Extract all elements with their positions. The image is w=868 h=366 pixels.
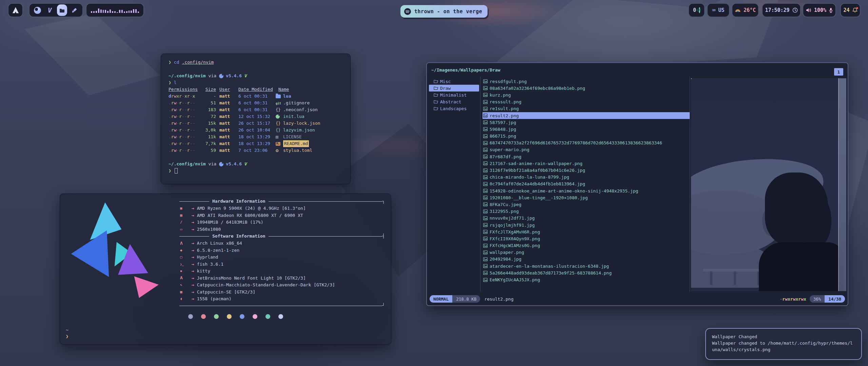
weather-widget[interactable]: 26°C <box>732 3 759 17</box>
visualizer-bar <box>135 9 137 13</box>
now-playing-widget[interactable]: thrown - on the verge <box>400 5 488 18</box>
arrow-icon: → <box>192 247 194 254</box>
file-list-item[interactable]: 866715.png <box>482 133 690 140</box>
file-name: lazy-lock.json <box>283 120 320 127</box>
file-type-icon <box>276 106 280 113</box>
image-file-name: wallpaper.png <box>490 250 524 255</box>
file-list-item[interactable]: FXfcHgcWIAMzs0G.png <box>482 242 690 249</box>
sidebar-folder-item[interactable]: Minimalist <box>429 92 479 98</box>
file-manager-icon[interactable] <box>57 5 67 15</box>
date-modified: 6 oct 00:31 <box>238 93 276 100</box>
file-list-item[interactable]: 217167-sad-anime-rain-wallpaper.png <box>482 160 690 167</box>
launcher-button[interactable] <box>8 3 23 17</box>
file-list-item[interactable]: atardecer-en-la-montanas-ilustracion-634… <box>482 263 690 269</box>
image-file-icon <box>483 155 488 159</box>
clock-widget[interactable]: 17:50:29 <box>762 3 801 17</box>
image-file-icon <box>483 182 488 186</box>
image-file-icon <box>483 271 488 275</box>
calendar-widget[interactable]: 24 <box>840 3 861 17</box>
file-list-item[interactable]: chica-mirando-la-luna-8799.jpg <box>482 174 690 181</box>
image-file-name: 20492984.jpg <box>490 257 521 262</box>
image-file-name: FXfcII0X0AQyn9X.png <box>490 236 540 241</box>
file-list-item[interactable]: wallpaper.png <box>482 249 690 256</box>
image-file-name: FXfcJlTXgAMvH6R.png <box>490 229 540 235</box>
sidebar-folder-item[interactable]: Misc <box>429 78 479 85</box>
terminal-window: ❯cd.config/nvim ~/.config/nvimvia v5.4.6… <box>161 54 351 184</box>
file-list-item[interactable]: 87r687df.png <box>482 153 690 160</box>
permissions: drwxr-xr-x <box>169 93 201 100</box>
file-list-item[interactable]: ressdfgult.png <box>482 78 690 85</box>
image-file-name: 68747470733a2f2f696d616765732d7769786d70… <box>490 140 662 145</box>
preview-wall-edge <box>838 78 846 291</box>
terminal-command-line: ❯l <box>169 79 343 86</box>
folder-name: Draw <box>440 86 451 91</box>
date-modified: 18 oct 13:29 <box>238 140 276 147</box>
file-list-item[interactable]: 3126f7e9bbf21a8a4af0b67b041c6e26.jpg <box>482 167 690 174</box>
file-list-item[interactable]: result2.png <box>482 112 690 119</box>
file-list-item[interactable]: kurz.png <box>482 92 690 98</box>
file-list-item[interactable]: FXfcJlTXgAMvH6R.png <box>482 228 690 235</box>
file-list-item[interactable]: 19201080-__blue-tinge__-1920×1080.jpg <box>482 194 690 201</box>
speaker-icon <box>806 8 811 13</box>
file-list-item[interactable]: FXfcII0X0AQyn9X.png <box>482 235 690 242</box>
selected-file-name: result2.png <box>484 297 513 302</box>
software-spec-row: → Catppuccin-SE [GTK2/3] <box>179 289 385 296</box>
image-file-name: 587597.jpg <box>490 120 516 125</box>
terminal-input-line[interactable]: ❯ <box>169 167 343 174</box>
image-file-name: 08a634fa02a32364f69ebc86a98eb1eb.png <box>490 86 585 91</box>
file-list-item[interactable]: 154928-odinokoe_anime-art-anime-okno-sin… <box>482 187 690 194</box>
keyboard-layout-widget[interactable]: ⌨ US <box>707 3 730 17</box>
volume-widget[interactable]: 100% <box>803 3 836 17</box>
file-list-item[interactable]: resssult.png <box>482 99 690 105</box>
time: 17:50:29 <box>765 7 789 13</box>
permissions: .rw-r--r-- <box>169 134 201 140</box>
file-owner: matt <box>219 140 236 147</box>
spec-value: 6.5.8-zen1-1-zen <box>197 247 239 254</box>
spec-value: 1558 (pacman) <box>197 296 232 303</box>
notification-popup[interactable]: Wallpaper Changed Wallpaper changed to /… <box>705 328 862 360</box>
arch-logo-icon <box>12 7 19 14</box>
file-listing: drwxr-xr-x - matt 6 oct 00:31 lua .rw-r-… <box>169 93 343 154</box>
notifications-widget[interactable]: 0 <box>688 3 705 17</box>
visualizer-bar <box>114 11 116 13</box>
file-list-item[interactable]: 8FKa7Cu.jpeg <box>482 201 690 208</box>
file-list-item[interactable]: 5a266e448add93deab367d87173e9f25-6837886… <box>482 269 690 276</box>
file-list-item[interactable]: 3122955.png <box>482 208 690 215</box>
file-size: 51 <box>201 100 216 106</box>
file-list-item[interactable]: EeNKYgIUcAAJ5JX.png <box>482 276 690 283</box>
terminal-prompt-cwd: ~/.config/nvimvia v5.4.6V <box>169 73 343 79</box>
file-list-item[interactable]: 596848.jpg <box>482 126 690 133</box>
sidebar-folder-item[interactable]: Abstract <box>429 98 479 105</box>
file-list-item[interactable]: re1sult.png <box>482 105 690 112</box>
firefox-icon[interactable] <box>32 5 42 15</box>
permissions: .rw-r--r-- <box>169 113 201 120</box>
vim-icon[interactable]: V <box>45 5 55 15</box>
sidebar-folder-item[interactable]: Draw <box>429 85 479 92</box>
image-file-name: kurz.png <box>490 93 511 98</box>
tab-badge[interactable]: 1 <box>834 68 843 76</box>
spec-icon <box>180 296 187 303</box>
paintbrush-icon[interactable] <box>70 5 80 15</box>
file-list-item[interactable]: 587597.jpg <box>482 119 690 126</box>
file-list-item[interactable]: 68747470733a2f2f696d616765732d7769786d70… <box>482 140 690 146</box>
file-list-item[interactable]: 08a634fa02a32364f69ebc86a98eb1eb.png <box>482 85 690 92</box>
permissions: .rw-r--r-- <box>169 127 201 134</box>
listing-row: .rw-r--r-- 72 matt 12 oct 15:32 init.lua <box>169 113 343 120</box>
file-list-item[interactable]: super-mario.png <box>482 146 690 153</box>
file-list-item[interactable]: 20492984.jpg <box>482 256 690 263</box>
file-type-icon <box>276 100 281 107</box>
visualizer-bar <box>110 9 111 13</box>
section-bottom-border: ┘ <box>179 303 385 309</box>
listing-row: .rw-r--r-- 3,0k matt 26 oct 10:04 lazyvi… <box>169 127 343 134</box>
spec-icon <box>180 212 187 219</box>
folder-name: Minimalist <box>440 93 467 98</box>
date-modified: 6 oct 00:31 <box>238 100 276 106</box>
sidebar-folder-item[interactable]: Landscapes <box>429 105 479 112</box>
file-list-item[interactable]: nnvuv0xj2df71.jpg <box>482 215 690 222</box>
notification-title: Wallpaper Changed <box>712 333 855 340</box>
fetch-shell-prompt[interactable]: ~ ❯ <box>66 327 68 340</box>
file-list-item[interactable]: 0c794faf07de24a4db4d4fb1eb813964.jpg <box>482 181 690 187</box>
file-list-item[interactable]: rsjqojlmjhf91.jpg <box>482 222 690 228</box>
spec-value: JetBrainsMono Nerd Font Light 10 [GTK2/3… <box>197 275 306 282</box>
image-file-name: 87r687df.png <box>490 154 521 159</box>
